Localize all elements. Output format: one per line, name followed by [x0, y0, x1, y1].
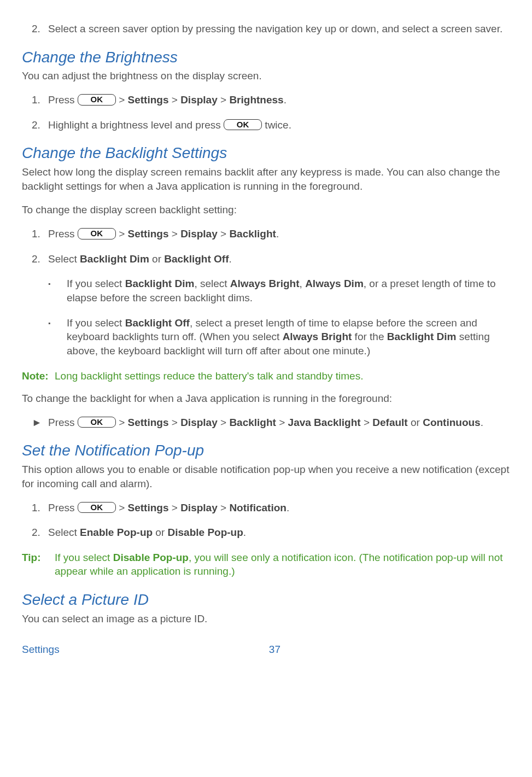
text: If you select: [67, 317, 125, 329]
list-item: 2. Select a screen saver option by press…: [22, 22, 516, 36]
list-item: 2. Select Enable Pop-up or Disable Pop-u…: [22, 525, 516, 540]
list-body: Select Backlight Dim or Backlight Off.: [48, 252, 516, 266]
list-item: 1. Press OK > Settings > Display > Brigh…: [22, 93, 516, 107]
list-body: Press OK > Settings > Display > Brightne…: [48, 93, 516, 107]
sub-backlight-2: To change the backlight for when a Java …: [22, 392, 516, 406]
text: Press: [48, 94, 78, 106]
list-item: 1. Press OK > Settings > Display > Notif…: [22, 501, 516, 515]
bullet-icon: ▪: [48, 316, 67, 328]
menu-path: Display: [180, 417, 218, 428]
menu-path: Settings: [128, 417, 169, 428]
intro-picture-id: You can select an image as a picture ID.: [22, 612, 516, 626]
list-item: ▪ If you select Backlight Off, select a …: [22, 316, 516, 358]
arrow-icon: ►: [32, 416, 48, 430]
menu-path: Brightness: [229, 94, 283, 106]
list-item: ► Press OK > Settings > Display > Backli…: [22, 416, 516, 430]
intro-backlight: Select how long the display screen remai…: [22, 165, 516, 193]
menu-path: Default: [372, 417, 407, 428]
list-number: 2.: [32, 252, 48, 266]
text: .: [481, 417, 483, 428]
text: .: [243, 527, 246, 538]
text: or: [149, 253, 164, 265]
text: Highlight a brightness level and press: [48, 119, 224, 131]
list-body: Highlight a brightness level and press O…: [48, 118, 516, 132]
separator: >: [168, 228, 180, 239]
tip-body: If you select Disable Pop-up, you will s…: [55, 551, 516, 579]
option: Disable Pop-up: [113, 552, 189, 563]
page-footer: Settings 37: [22, 642, 516, 657]
separator: >: [276, 417, 288, 428]
list-body: Press OK > Settings > Display > Notifica…: [48, 501, 516, 515]
text: for the: [352, 331, 387, 342]
list-number: 2.: [32, 118, 48, 132]
bullet-icon: ▪: [48, 277, 67, 288]
backlight-sublist: ▪ If you select Backlight Dim, select Al…: [22, 277, 516, 358]
heading-picture-id: Select a Picture ID: [22, 589, 516, 610]
ok-button-icon: OK: [224, 119, 262, 131]
separator: >: [116, 502, 128, 513]
intro-brightness: You can adjust the brightness on the dis…: [22, 69, 516, 83]
text: or: [153, 527, 167, 538]
text: .: [276, 228, 279, 239]
text: Press: [48, 228, 78, 239]
list-number: 1.: [32, 93, 48, 107]
note-label: Note:: [22, 369, 55, 383]
list-body: Press OK > Settings > Display > Backligh…: [48, 227, 516, 241]
heading-backlight: Change the Backlight Settings: [22, 143, 516, 163]
option: Always Dim: [305, 278, 364, 289]
text: Select: [48, 253, 80, 265]
menu-path: Display: [180, 94, 218, 106]
text: , select: [194, 278, 230, 289]
brightness-steps: 1. Press OK > Settings > Display > Brigh…: [22, 93, 516, 132]
separator: >: [116, 94, 128, 106]
option: Backlight Off: [164, 253, 229, 265]
text: Press: [48, 502, 78, 513]
list-body: If you select Backlight Off, select a pr…: [67, 316, 516, 358]
list-item: 1. Press OK > Settings > Display > Backl…: [22, 227, 516, 241]
list-body: Press OK > Settings > Display > Backligh…: [48, 416, 516, 430]
separator: >: [218, 502, 230, 513]
menu-path: Display: [180, 228, 218, 239]
list-body: Select Enable Pop-up or Disable Pop-up.: [48, 525, 516, 540]
list-number: 2.: [32, 22, 48, 36]
text: If you select: [55, 552, 113, 563]
list-number: 2.: [32, 525, 48, 540]
separator: >: [116, 228, 128, 239]
notification-steps: 1. Press OK > Settings > Display > Notif…: [22, 501, 516, 540]
list-item: ▪ If you select Backlight Dim, select Al…: [22, 277, 516, 305]
list-number: 1.: [32, 227, 48, 241]
note: Note: Long backlight settings reduce the…: [22, 369, 516, 383]
separator: >: [116, 417, 128, 428]
list-item: 2. Highlight a brightness level and pres…: [22, 118, 516, 132]
ok-button-icon: OK: [78, 417, 116, 428]
menu-path: Notification: [229, 502, 287, 513]
menu-path: Java Backlight: [288, 417, 361, 428]
option: Always Bright: [283, 331, 352, 342]
option: Backlight Dim: [80, 253, 149, 265]
ok-button-icon: OK: [78, 502, 116, 513]
text: twice.: [262, 119, 291, 131]
option: Backlight Off: [125, 317, 190, 329]
option: Disable Pop-up: [168, 527, 243, 538]
menu-path: Settings: [128, 228, 169, 239]
note-body: Long backlight settings reduce the batte…: [55, 369, 516, 383]
text: .: [287, 502, 289, 513]
heading-notification: Set the Notification Pop-up: [22, 440, 516, 461]
footer-page-number: 37: [269, 642, 280, 657]
tip-label: Tip:: [22, 551, 55, 579]
text: Press: [48, 417, 78, 428]
separator: >: [218, 94, 230, 106]
separator: >: [168, 502, 180, 513]
list-item: 2. Select Backlight Dim or Backlight Off…: [22, 252, 516, 266]
text: ,: [300, 278, 306, 289]
separator: >: [361, 417, 373, 428]
option: Backlight Dim: [387, 331, 457, 342]
heading-brightness: Change the Brightness: [22, 47, 516, 68]
text: or: [408, 417, 423, 428]
list-body: If you select Backlight Dim, select Alwa…: [67, 277, 516, 305]
backlight-steps: 1. Press OK > Settings > Display > Backl…: [22, 227, 516, 358]
list-body: Select a screen saver option by pressing…: [48, 22, 516, 36]
sub-backlight-1: To change the display screen backlight s…: [22, 203, 516, 217]
option: Enable Pop-up: [80, 527, 153, 538]
option: Backlight Dim: [125, 278, 195, 289]
